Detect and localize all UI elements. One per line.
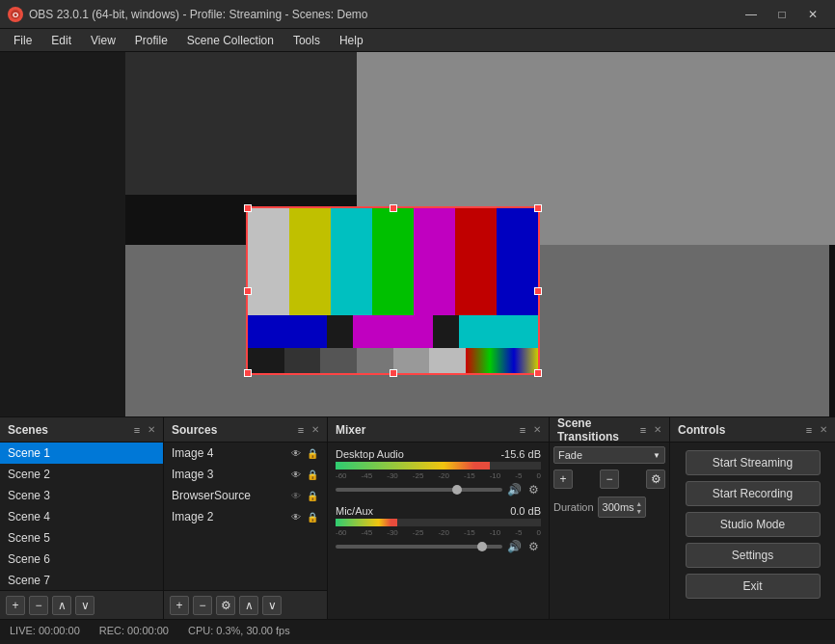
menu-help[interactable]: Help — [330, 32, 373, 49]
scenes-config-icon[interactable]: ≡ — [130, 423, 144, 437]
controls-panel-title: Controls — [678, 423, 725, 437]
minimize-button[interactable]: — — [737, 5, 766, 24]
source-icons-image4: 👁 🔒 — [289, 446, 319, 460]
app-icon: O — [8, 7, 23, 22]
duration-label: Duration — [553, 501, 594, 513]
mixer-content: Desktop Audio -15.6 dB -60-45-30-25-20-1… — [328, 443, 549, 619]
studio-mode-button[interactable]: Studio Mode — [686, 512, 821, 537]
source-eye-icon-image3[interactable]: 👁 — [289, 468, 303, 481]
maximize-button[interactable]: □ — [768, 5, 796, 24]
mixer-scale-desktop: -60-45-30-25-20-15-10-50 — [336, 471, 541, 480]
menu-scene-collection[interactable]: Scene Collection — [177, 32, 283, 49]
mixer-close-icon[interactable]: ✕ — [533, 424, 541, 435]
duration-down-button[interactable]: ▼ — [634, 507, 644, 515]
start-streaming-button[interactable]: Start Streaming — [686, 450, 821, 475]
source-item-image2[interactable]: Image 2 👁 🔒 — [164, 506, 327, 527]
scenes-down-button[interactable]: ∨ — [75, 596, 94, 615]
transition-settings-button[interactable]: ⚙ — [646, 470, 665, 489]
handle-br[interactable] — [534, 369, 542, 377]
mixer-slider-desktop[interactable] — [336, 488, 502, 492]
source-eye-icon-browser[interactable]: 👁 — [289, 489, 303, 502]
transitions-close-icon[interactable]: ✕ — [654, 424, 661, 435]
transitions-panel: Scene Transitions ≡ ✕ Fade ▼ + − ⚙ Durat… — [550, 417, 670, 619]
transitions-content: Fade ▼ + − ⚙ Duration 300ms ▲ ▼ — [550, 443, 669, 619]
handle-mr[interactable] — [534, 287, 542, 295]
menu-tools[interactable]: Tools — [283, 32, 330, 49]
source-lock-icon-browser[interactable]: 🔒 — [306, 489, 319, 502]
handle-bm[interactable] — [390, 369, 397, 377]
menu-file[interactable]: File — [4, 32, 41, 49]
window-title: OBS 23.0.1 (64-bit, windows) - Profile: … — [29, 8, 737, 21]
duration-up-button[interactable]: ▲ — [634, 499, 644, 507]
title-bar: O OBS 23.0.1 (64-bit, windows) - Profile… — [0, 0, 835, 29]
source-eye-icon-image2[interactable]: 👁 — [289, 510, 303, 523]
scenes-add-button[interactable]: + — [6, 596, 25, 615]
source-item-browser[interactable]: BrowserSource 👁 🔒 — [164, 485, 327, 506]
sources-add-button[interactable]: + — [170, 596, 189, 615]
scene-item-7[interactable]: Scene 7 — [0, 570, 163, 590]
sources-panel-title: Sources — [172, 423, 217, 437]
controls-panel: Controls ≡ ✕ Start Streaming Start Recor… — [670, 417, 835, 619]
sources-up-button[interactable]: ∧ — [239, 596, 258, 615]
transition-select-dropdown[interactable]: Fade ▼ — [553, 446, 665, 464]
sources-settings-button[interactable]: ⚙ — [216, 596, 235, 615]
source-lock-icon-image4[interactable]: 🔒 — [306, 446, 319, 460]
handle-tm[interactable] — [390, 204, 397, 212]
mixer-mute-desktop[interactable]: 🔊 — [506, 482, 522, 497]
scene-item-3[interactable]: Scene 3 — [0, 485, 163, 506]
close-button[interactable]: ✕ — [798, 5, 827, 24]
scenes-close-icon[interactable]: ✕ — [148, 424, 155, 435]
start-recording-button[interactable]: Start Recording — [686, 481, 821, 506]
sources-down-button[interactable]: ∨ — [262, 596, 282, 615]
source-eye-icon-image4[interactable]: 👁 — [289, 446, 303, 460]
duration-spinner: ▲ ▼ — [634, 499, 644, 515]
scenes-panel-icons: ≡ ✕ — [130, 423, 155, 437]
scene-item-6[interactable]: Scene 6 — [0, 549, 163, 570]
window-controls: — □ ✕ — [737, 5, 827, 24]
scene-item-2[interactable]: Scene 2 — [0, 464, 163, 485]
mixer-settings-desktop[interactable]: ⚙ — [525, 482, 541, 497]
mixer-config-icon[interactable]: ≡ — [516, 423, 529, 437]
scenes-remove-button[interactable]: − — [29, 596, 48, 615]
duration-input[interactable]: 300ms ▲ ▼ — [598, 496, 646, 518]
scenes-toolbar: + − ∧ ∨ — [0, 590, 163, 619]
chevron-down-icon: ▼ — [653, 451, 660, 460]
transition-remove-button[interactable]: − — [600, 470, 619, 489]
mixer-slider-row-desktop: 🔊 ⚙ — [336, 482, 541, 497]
sources-panel: Sources ≡ ✕ Image 4 👁 🔒 Image 3 👁 🔒 — [164, 417, 328, 619]
mixer-panel-title: Mixer — [336, 423, 365, 437]
mixer-mute-mic[interactable]: 🔊 — [506, 539, 522, 554]
source-item-image3[interactable]: Image 3 👁 🔒 — [164, 464, 327, 485]
transition-add-button[interactable]: + — [553, 470, 573, 489]
source-name-browser: BrowserSource — [172, 489, 289, 502]
source-lock-icon-image2[interactable]: 🔒 — [306, 510, 319, 523]
handle-tl[interactable] — [244, 204, 252, 212]
menu-edit[interactable]: Edit — [41, 32, 81, 49]
scene-item-1[interactable]: Scene 1 — [0, 443, 163, 464]
menu-bar: File Edit View Profile Scene Collection … — [0, 29, 835, 52]
source-lock-icon-image3[interactable]: 🔒 — [306, 468, 319, 481]
handle-ml[interactable] — [244, 287, 252, 295]
settings-button[interactable]: Settings — [686, 543, 821, 568]
controls-close-icon[interactable]: ✕ — [820, 424, 827, 435]
sources-config-icon[interactable]: ≡ — [294, 423, 308, 437]
source-icons-image3: 👁 🔒 — [289, 468, 319, 481]
transitions-config-icon[interactable]: ≡ — [636, 423, 650, 437]
sources-panel-icons: ≡ ✕ — [294, 423, 319, 437]
menu-view[interactable]: View — [81, 32, 125, 49]
sources-remove-button[interactable]: − — [193, 596, 212, 615]
controls-config-icon[interactable]: ≡ — [802, 423, 816, 437]
controls-panel-header: Controls ≡ ✕ — [670, 417, 835, 443]
source-item-image4[interactable]: Image 4 👁 🔒 — [164, 443, 327, 464]
menu-profile[interactable]: Profile — [125, 32, 177, 49]
scene-item-4[interactable]: Scene 4 — [0, 506, 163, 527]
exit-button[interactable]: Exit — [686, 574, 821, 599]
transitions-panel-header: Scene Transitions ≡ ✕ — [550, 417, 669, 443]
scenes-up-button[interactable]: ∧ — [52, 596, 71, 615]
scene-item-5[interactable]: Scene 5 — [0, 527, 163, 549]
sources-close-icon[interactable]: ✕ — [311, 424, 319, 435]
handle-tr[interactable] — [534, 204, 542, 212]
mixer-settings-mic[interactable]: ⚙ — [525, 539, 541, 554]
handle-bl[interactable] — [244, 369, 252, 377]
mixer-slider-mic[interactable] — [336, 545, 502, 549]
